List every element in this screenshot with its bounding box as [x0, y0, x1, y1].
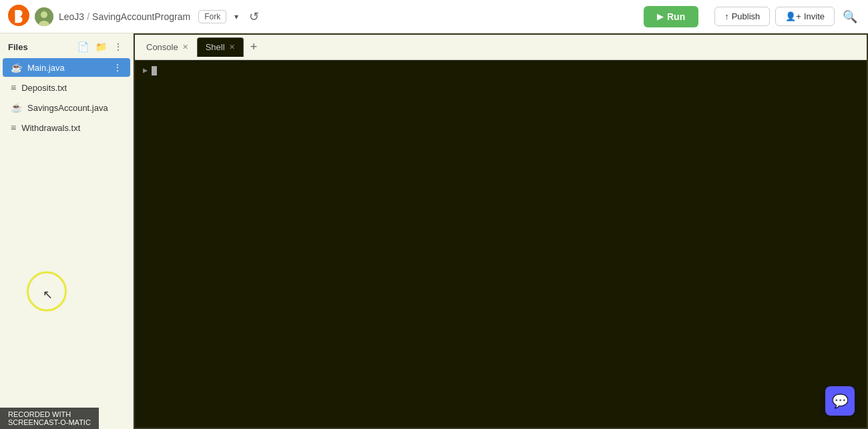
tab-shell-close[interactable]: ✕	[229, 43, 235, 51]
nav-right-actions: ↑ Publish 👤+ Invite 🔍	[714, 7, 860, 27]
watermark-line2: SCREENCAST-O-MATIC	[8, 418, 91, 426]
file-name-savings-account-java: SavingsAccount.java	[27, 103, 108, 113]
publish-label: Publish	[732, 11, 761, 21]
cursor-arrow: ↖	[43, 287, 53, 302]
console-body[interactable]: ▶	[135, 60, 867, 428]
run-button[interactable]: Run	[644, 6, 698, 27]
tab-console-label: Console	[146, 42, 178, 52]
svg-point-2	[41, 11, 47, 18]
console-tabs: Console ✕ Shell ✕ +	[135, 35, 867, 60]
sidebar-header: Files 📄 📁 ⋮	[0, 33, 133, 57]
breadcrumb: LeoJ3 / SavingAccountProgram	[59, 11, 190, 22]
watermark: RECORDED WITH SCREENCAST-O-MATIC	[0, 408, 99, 429]
main-area: Files 📄 📁 ⋮ ☕ Main.java ⋮ ≡ Deposits.txt…	[0, 33, 868, 429]
new-folder-button[interactable]: 📁	[93, 40, 109, 53]
history-button[interactable]: ↺	[249, 9, 259, 24]
cursor-highlight-circle	[27, 271, 67, 311]
add-tab-button[interactable]: +	[246, 39, 262, 55]
breadcrumb-separator: /	[87, 11, 89, 22]
tab-shell-label: Shell	[206, 42, 225, 52]
invite-icon: 👤+	[785, 11, 801, 21]
prompt-symbol: ▶	[143, 65, 148, 76]
navbar: LeoJ3 / SavingAccountProgram Fork ▾ ↺ Ru…	[0, 0, 868, 33]
sidebar-actions: 📄 📁 ⋮	[75, 40, 125, 53]
sidebar: Files 📄 📁 ⋮ ☕ Main.java ⋮ ≡ Deposits.txt…	[0, 33, 134, 429]
breadcrumb-project[interactable]: SavingAccountProgram	[92, 11, 190, 22]
tab-console-close[interactable]: ✕	[182, 43, 188, 51]
console-prompt-line: ▶	[143, 65, 859, 76]
java-file-icon: ☕	[11, 62, 22, 73]
files-title: Files	[8, 42, 28, 52]
sidebar-more-button[interactable]: ⋮	[112, 40, 125, 53]
new-file-button[interactable]: 📄	[75, 40, 91, 53]
breadcrumb-user[interactable]: LeoJ3	[59, 11, 84, 22]
invite-label: Invite	[804, 11, 825, 21]
user-avatar[interactable]	[35, 7, 53, 26]
cursor-decoration-area: ↖	[0, 138, 133, 429]
file-more-main-java[interactable]: ⋮	[113, 62, 122, 73]
tab-console[interactable]: Console ✕	[138, 37, 197, 57]
file-item-deposits-txt[interactable]: ≡ Deposits.txt ⋮	[3, 78, 130, 97]
file-item-main-java[interactable]: ☕ Main.java ⋮	[3, 58, 130, 77]
chat-icon: 💬	[832, 393, 849, 409]
publish-button[interactable]: ↑ Publish	[714, 7, 770, 26]
cursor-block	[152, 66, 157, 76]
file-name-main-java: Main.java	[27, 63, 107, 73]
file-item-savings-account-java[interactable]: ☕ SavingsAccount.java ⋮	[3, 98, 130, 117]
fork-button[interactable]: Fork	[198, 10, 226, 23]
file-item-withdrawals-txt[interactable]: ≡ Withdrawals.txt ⋮	[3, 118, 130, 137]
replit-logo[interactable]	[8, 5, 29, 29]
chat-button[interactable]: 💬	[825, 386, 855, 416]
project-dropdown[interactable]: ▾	[232, 11, 241, 23]
txt-file-icon-withdrawals: ≡	[11, 122, 16, 133]
txt-file-icon-deposits: ≡	[11, 82, 16, 93]
invite-button[interactable]: 👤+ Invite	[775, 7, 835, 26]
file-name-deposits-txt: Deposits.txt	[21, 83, 107, 93]
java-file-icon-savings: ☕	[11, 102, 22, 113]
search-button[interactable]: 🔍	[840, 7, 860, 27]
watermark-line1: RECORDED WITH	[8, 410, 91, 418]
publish-icon: ↑	[724, 11, 729, 21]
file-name-withdrawals-txt: Withdrawals.txt	[21, 123, 107, 133]
console-panel: Console ✕ Shell ✕ + ▶	[134, 33, 868, 429]
tab-shell[interactable]: Shell ✕	[197, 37, 244, 57]
